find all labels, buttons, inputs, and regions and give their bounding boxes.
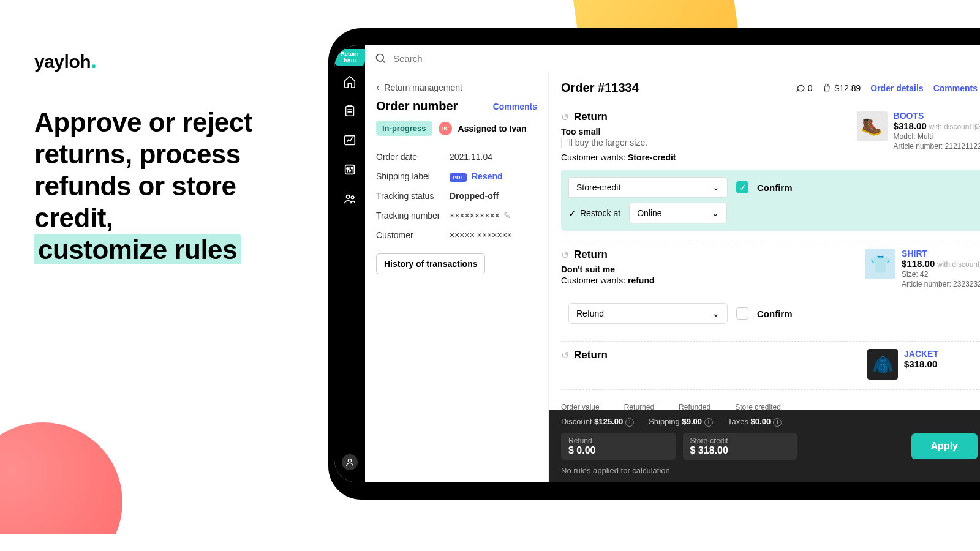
action-box: Refund⌄ Confirm bbox=[561, 296, 980, 331]
svg-rect-0 bbox=[346, 107, 354, 116]
resend-link[interactable]: Resend bbox=[472, 171, 503, 181]
return-card: ↺Return Too small 'll buy the larger siz… bbox=[561, 103, 980, 241]
tracking-number-value: ×××××××××× bbox=[450, 211, 500, 220]
discount-value: $125.00 bbox=[594, 417, 623, 426]
comments-link[interactable]: Comments bbox=[493, 102, 537, 111]
pdf-badge: PDF bbox=[450, 173, 467, 182]
search-input[interactable] bbox=[393, 53, 980, 64]
cart-amount: $12.89 bbox=[822, 83, 861, 93]
decoration-pink bbox=[0, 422, 123, 551]
info-icon[interactable]: i bbox=[625, 418, 634, 427]
tagline: Approve or reject returns, process refun… bbox=[34, 107, 310, 266]
breadcrumb-label: Return management bbox=[384, 83, 462, 92]
refund-box[interactable]: Refund$ 0.00 bbox=[561, 433, 676, 460]
taxes-value: $0.00 bbox=[751, 417, 771, 426]
product-block: 🧥 JACKET $318.00 bbox=[867, 349, 980, 380]
assignee-avatar: IK bbox=[439, 122, 452, 135]
svg-point-4 bbox=[349, 170, 351, 171]
device-frame: Return form ‹ Return management bbox=[328, 28, 980, 500]
return-title: Return bbox=[574, 111, 608, 123]
shipping-label-label: Shipping label bbox=[376, 171, 450, 181]
customer-value: ××××× ××××××× bbox=[450, 230, 512, 240]
action-box: Store-credit⌄ ✓ Confirm ✓Restock at Onli… bbox=[561, 170, 980, 231]
svg-point-7 bbox=[351, 196, 354, 199]
clipboard-icon[interactable] bbox=[343, 104, 356, 118]
breadcrumb[interactable]: ‹ Return management bbox=[376, 82, 537, 93]
app-screen: Return form ‹ Return management bbox=[334, 45, 980, 482]
product-image: 👕 bbox=[865, 249, 895, 279]
left-panel: ‹ Return management Order number Comment… bbox=[365, 72, 549, 482]
chart-icon[interactable] bbox=[343, 133, 356, 147]
customer-label: Customer bbox=[376, 230, 450, 240]
order-date-label: Order date bbox=[376, 152, 450, 162]
chevron-left-icon: ‹ bbox=[376, 82, 379, 93]
confirm-checkbox[interactable] bbox=[736, 307, 748, 320]
undo-icon: ↺ bbox=[561, 350, 569, 361]
product-price: $318.00 bbox=[894, 121, 927, 131]
content: ‹ Return management Order number Comment… bbox=[365, 45, 980, 482]
apply-button[interactable]: Apply bbox=[911, 433, 978, 459]
restock-label: Restock at bbox=[580, 208, 620, 218]
return-quote: 'll buy the larger size. bbox=[561, 138, 845, 148]
marketing-panel: yayloh. Approve or reject returns, proce… bbox=[34, 48, 310, 266]
user-avatar[interactable] bbox=[342, 454, 358, 470]
svg-point-5 bbox=[351, 167, 353, 169]
customer-wants: Customer wants: refund bbox=[561, 276, 853, 285]
right-panel: Order #11334 0 $12.89 Order details Comm… bbox=[549, 72, 980, 482]
return-card: ↺Return Don't suit me Customer wants: re… bbox=[561, 241, 980, 342]
order-header-title: Order #11334 bbox=[561, 81, 639, 95]
undo-icon: ↺ bbox=[561, 111, 569, 123]
confirm-label: Confirm bbox=[757, 309, 793, 319]
product-name[interactable]: SHIRT bbox=[902, 249, 980, 258]
chevron-down-icon: ⌄ bbox=[712, 208, 719, 218]
rules-note: No rules applied for calculation bbox=[561, 466, 978, 475]
product-name[interactable]: JACKET bbox=[904, 349, 938, 359]
confirm-checkbox[interactable]: ✓ bbox=[736, 181, 748, 193]
svg-point-9 bbox=[377, 54, 384, 61]
restock-checkbox[interactable]: ✓ bbox=[568, 208, 576, 219]
status-pill: In-progress bbox=[376, 121, 432, 136]
home-icon[interactable] bbox=[343, 75, 356, 88]
product-image: 🧥 bbox=[867, 349, 898, 380]
sidebar: Return form bbox=[334, 45, 365, 482]
restock-select[interactable]: Online⌄ bbox=[629, 203, 727, 223]
product-image: 🥾 bbox=[857, 111, 888, 141]
tracking-number-label: Tracking number bbox=[376, 211, 450, 220]
settings-icon[interactable] bbox=[343, 163, 356, 176]
footer-bar: Discount $125.00i Shipping $9.00i Taxes … bbox=[549, 410, 980, 482]
search-icon bbox=[375, 53, 387, 65]
svg-point-3 bbox=[347, 168, 349, 170]
edit-icon[interactable]: ✎ bbox=[503, 211, 511, 220]
customer-wants: Customer wants: Store-credit bbox=[561, 152, 845, 162]
split-view: ‹ Return management Order number Comment… bbox=[365, 72, 980, 482]
chevron-down-icon: ⌄ bbox=[712, 182, 720, 192]
comments-count[interactable]: 0 bbox=[796, 83, 813, 93]
return-form-tab[interactable]: Return form bbox=[334, 49, 365, 66]
chevron-down-icon: ⌄ bbox=[712, 309, 720, 318]
product-price: $118.00 bbox=[902, 258, 935, 269]
return-reason: Too small bbox=[561, 127, 845, 137]
users-icon[interactable] bbox=[343, 192, 356, 206]
credit-type-select[interactable]: Store-credit⌄ bbox=[568, 177, 728, 198]
return-reason: Don't suit me bbox=[561, 264, 853, 274]
logo: yayloh. bbox=[34, 48, 310, 73]
product-block: 🥾 BOOTS $318.00 with discount $30. Model… bbox=[857, 111, 980, 162]
assigned-to: Assigned to Ivan bbox=[458, 124, 527, 133]
return-title: Return bbox=[574, 349, 608, 361]
return-card: ↺Return 🧥 JACKET $318.00 bbox=[561, 342, 980, 390]
order-details-link[interactable]: Order details bbox=[870, 83, 923, 93]
tracking-status-label: Tracking status bbox=[376, 191, 450, 201]
product-name[interactable]: BOOTS bbox=[894, 111, 980, 121]
return-title: Return bbox=[574, 249, 608, 261]
undo-icon: ↺ bbox=[561, 249, 569, 261]
credit-type-select[interactable]: Refund⌄ bbox=[568, 303, 728, 324]
tracking-status-value[interactable]: Dropped-off bbox=[450, 191, 499, 201]
order-number-title: Order number bbox=[376, 99, 458, 113]
info-icon[interactable]: i bbox=[704, 418, 713, 427]
svg-point-8 bbox=[348, 459, 351, 462]
order-comments-link[interactable]: Comments bbox=[933, 83, 978, 93]
confirm-label: Confirm bbox=[757, 182, 793, 193]
history-button[interactable]: History of transactions bbox=[376, 253, 485, 274]
info-icon[interactable]: i bbox=[773, 418, 782, 427]
store-credit-box[interactable]: Store-credit$ 318.00 bbox=[683, 433, 797, 460]
